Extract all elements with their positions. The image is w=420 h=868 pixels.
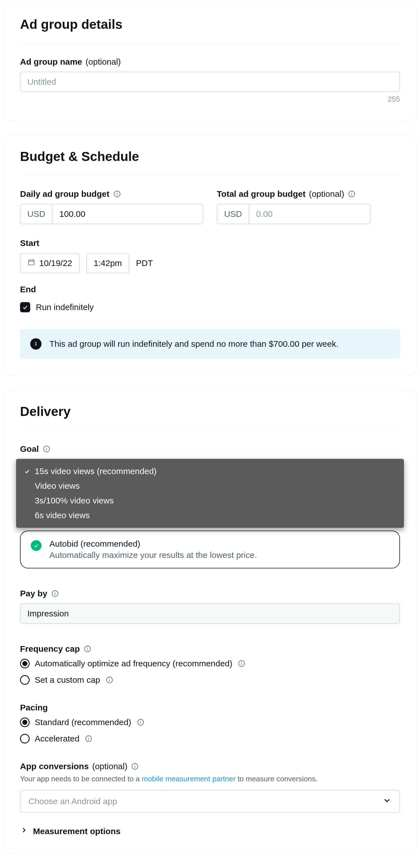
daily-budget-group: USD — [20, 204, 203, 224]
svg-point-35 — [135, 765, 135, 765]
timezone-label: PDT — [136, 258, 153, 268]
ad-group-name-charcount: 255 — [20, 95, 400, 104]
freq-auto-radio[interactable]: Automatically optimize ad frequency (rec… — [20, 659, 400, 669]
goal-label-text: Goal — [20, 444, 39, 454]
total-budget-label-text: Total ad group budget — [217, 189, 305, 199]
budget-row: Daily ad group budget USD Total ad group… — [20, 189, 400, 224]
svg-point-14 — [46, 447, 47, 448]
pacing-accel-label: Accelerated — [35, 734, 79, 743]
radio-icon — [20, 675, 30, 685]
freq-auto-label: Automatically optimize ad frequency (rec… — [35, 659, 232, 669]
info-icon[interactable] — [83, 645, 92, 653]
total-budget-group: USD — [217, 204, 355, 224]
goal-label: Goal — [20, 444, 51, 454]
goal-select-container: 15s video views (recommended) Video view… — [20, 459, 400, 526]
app-conv-label: App conversions (optional) — [20, 762, 139, 771]
goal-option-label: 6s video views — [35, 510, 90, 520]
freq-label-text: Frequency cap — [20, 644, 80, 654]
total-budget-label: Total ad group budget (optional) — [217, 189, 356, 199]
svg-point-10 — [35, 342, 36, 343]
start-date-picker[interactable]: 10/19/22 — [20, 253, 79, 273]
app-select[interactable]: Choose an Android app — [20, 790, 400, 813]
ad-group-name-label-text: Ad group name — [20, 57, 82, 67]
ad-group-name-label: Ad group name (optional) — [20, 57, 121, 67]
divider — [20, 43, 400, 43]
app-conv-helper: Your app needs to be connected to a mobi… — [20, 775, 400, 783]
ad-group-name-optional: (optional) — [86, 57, 121, 67]
freq-custom-label: Set a custom cap — [35, 675, 100, 685]
divider — [20, 430, 400, 431]
ad-group-name-input[interactable] — [20, 72, 400, 92]
check-icon — [24, 468, 31, 474]
payby-label-text: Pay by — [20, 589, 47, 598]
app-select-placeholder: Choose an Android app — [29, 797, 117, 806]
info-icon[interactable] — [113, 190, 121, 198]
pacing-label: Pacing — [20, 703, 48, 712]
autobid-desc: Automatically maximize your results at t… — [50, 550, 257, 560]
svg-point-5 — [352, 192, 352, 193]
freq-custom-radio[interactable]: Set a custom cap — [20, 675, 400, 685]
start-label: Start — [20, 238, 39, 248]
end-label: End — [20, 285, 36, 294]
payby-select[interactable]: Impression — [20, 603, 400, 624]
goal-option-15s[interactable]: 15s video views (recommended) — [16, 464, 404, 478]
pacing-accel-radio[interactable]: Accelerated — [20, 734, 400, 743]
daily-budget-input[interactable] — [52, 204, 203, 224]
start-datetime-row: 10/19/22 1:42pm PDT — [20, 253, 400, 273]
svg-point-29 — [140, 721, 141, 721]
info-icon[interactable] — [51, 589, 59, 598]
run-indef-row[interactable]: Run indefinitely — [20, 302, 400, 312]
radio-icon — [20, 734, 30, 743]
total-budget-col: Total ad group budget (optional) USD — [217, 189, 400, 224]
daily-budget-col: Daily ad group budget USD — [20, 189, 203, 224]
info-icon[interactable] — [237, 659, 246, 668]
check-circle-icon — [31, 540, 41, 551]
ad-group-details-card: Ad group details Ad group name (optional… — [3, 3, 417, 121]
run-indef-checkbox[interactable] — [20, 302, 30, 312]
info-icon[interactable] — [348, 190, 356, 198]
measurement-options-toggle[interactable]: Measurement options — [20, 826, 400, 836]
daily-budget-label: Daily ad group budget — [20, 189, 121, 199]
start-time-value: 1:42pm — [94, 258, 122, 268]
run-indef-label: Run indefinitely — [36, 302, 94, 312]
goal-option-label: Video views — [35, 481, 80, 491]
svg-rect-11 — [36, 343, 36, 346]
info-icon[interactable] — [131, 762, 139, 771]
total-budget-currency: USD — [217, 204, 249, 224]
info-icon[interactable] — [42, 445, 51, 453]
payby-label: Pay by — [20, 589, 59, 598]
pacing-standard-radio[interactable]: Standard (recommended) — [20, 717, 400, 727]
app-helper-post: to measure conversions. — [236, 775, 318, 783]
autobid-text: Autobid (recommended) Automatically maxi… — [50, 539, 257, 560]
chevron-down-icon — [383, 796, 391, 807]
goal-option-3s100[interactable]: 3s/100% video views — [16, 493, 404, 508]
svg-point-26 — [109, 678, 110, 679]
info-icon[interactable] — [105, 676, 114, 684]
svg-point-17 — [55, 592, 55, 592]
app-helper-pre: Your app needs to be connected to a — [20, 775, 142, 783]
radio-icon — [20, 717, 30, 727]
app-conv-label-text: App conversions — [20, 762, 89, 771]
goal-dropdown: 15s video views (recommended) Video view… — [16, 459, 404, 528]
freq-label: Frequency cap — [20, 644, 92, 654]
svg-point-20 — [87, 647, 88, 648]
svg-point-23 — [241, 662, 242, 662]
goal-option-video-views[interactable]: Video views — [16, 478, 404, 493]
goal-option-label: 3s/100% video views — [35, 496, 114, 505]
info-icon — [30, 338, 41, 349]
goal-option-6s[interactable]: 6s video views — [16, 508, 404, 523]
start-field: Start 10/19/22 1:42pm PDT — [20, 238, 400, 273]
start-time-picker[interactable]: 1:42pm — [86, 253, 129, 273]
measurement-options-label: Measurement options — [33, 827, 121, 836]
info-icon[interactable] — [136, 718, 145, 726]
info-icon[interactable] — [85, 735, 93, 743]
autobid-title: Autobid (recommended) — [50, 539, 257, 549]
ad-group-details-title: Ad group details — [20, 17, 400, 32]
pacing-standard-label: Standard (recommended) — [35, 717, 131, 727]
payby-value: Impression — [27, 609, 69, 618]
mmp-link[interactable]: mobile measurement partner — [142, 775, 235, 783]
radio-icon — [20, 659, 30, 669]
goal-option-label: 15s video views (recommended) — [35, 466, 157, 476]
autobid-card[interactable]: Autobid (recommended) Automatically maxi… — [20, 531, 400, 568]
total-budget-input[interactable] — [249, 204, 370, 224]
